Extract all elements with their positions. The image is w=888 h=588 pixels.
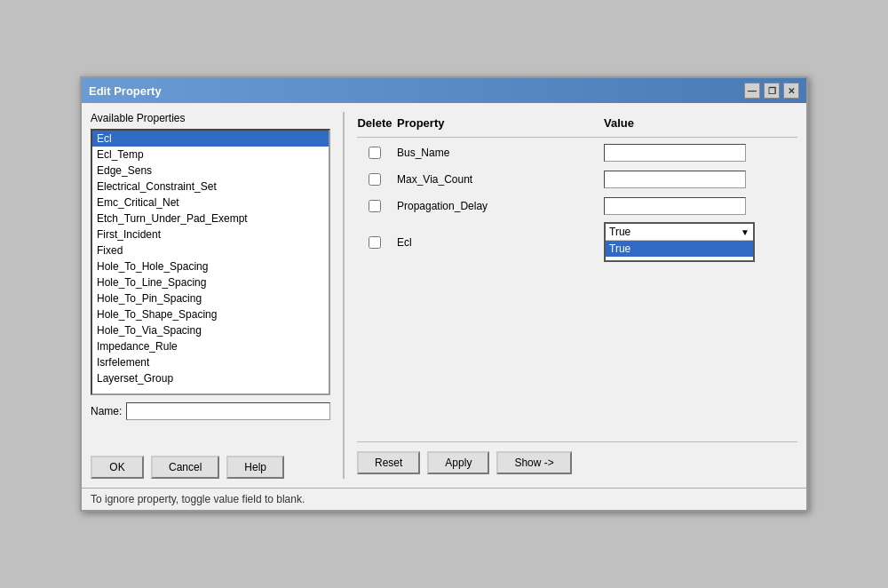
list-item[interactable]: Layerset_Group: [92, 370, 329, 386]
dropdown-selected[interactable]: True ▼: [606, 224, 753, 240]
table-row: Ecl True ▼ True: [357, 222, 797, 262]
left-buttons: OK Cancel Help: [91, 456, 330, 479]
dialog-body: Available Properties Ecl Ecl_Temp Edge_S…: [82, 103, 806, 488]
list-item[interactable]: Fixed: [92, 242, 329, 258]
delete-checkbox-ecl[interactable]: [357, 236, 392, 249]
available-properties-label: Available Properties: [91, 112, 330, 124]
delete-checkbox-prop-delay[interactable]: [357, 200, 392, 212]
list-item[interactable]: Hole_To_Line_Spacing: [92, 274, 329, 290]
close-button[interactable]: ✕: [783, 83, 799, 99]
header-value: Value: [595, 116, 797, 130]
reset-button[interactable]: Reset: [357, 451, 420, 474]
delete-checkbox-max-via[interactable]: [357, 173, 392, 186]
ecl-dropdown[interactable]: True ▼ True: [604, 222, 755, 262]
property-name-prop-delay: Propagation_Delay: [392, 200, 595, 212]
list-item[interactable]: Ecl: [92, 131, 329, 147]
list-item[interactable]: Ecl_Temp: [92, 147, 329, 163]
list-item[interactable]: Hole_To_Shape_Spacing: [92, 306, 329, 322]
table-row: Bus_Name: [357, 142, 797, 163]
list-item[interactable]: Emc_Critical_Net: [92, 195, 329, 211]
status-text: To ignore property, toggle value field t…: [91, 493, 305, 505]
help-button[interactable]: Help: [226, 456, 284, 479]
header-property: Property: [392, 116, 595, 130]
ok-button[interactable]: OK: [91, 456, 144, 479]
header-delete: Delete: [357, 116, 392, 130]
dropdown-option[interactable]: True: [606, 241, 753, 257]
restore-button[interactable]: ❐: [764, 83, 780, 99]
list-item[interactable]: Hole_To_Hole_Spacing: [92, 258, 329, 274]
checkbox-max-via[interactable]: [369, 173, 381, 186]
table-header: Delete Property Value: [357, 112, 797, 138]
right-panel: Delete Property Value Bus_Name: [357, 112, 797, 479]
table-row: Max_Via_Count: [357, 169, 797, 190]
properties-list[interactable]: Ecl Ecl_Temp Edge_Sens Electrical_Constr…: [91, 129, 330, 395]
status-bar: To ignore property, toggle value field t…: [82, 488, 806, 510]
dropdown-selected-text: True: [609, 226, 630, 238]
left-panel: Available Properties Ecl Ecl_Temp Edge_S…: [91, 112, 330, 479]
name-label: Name:: [91, 405, 122, 417]
checkbox-prop-delay[interactable]: [369, 200, 381, 212]
property-value-max-via: [595, 171, 797, 188]
property-name-ecl: Ecl: [392, 236, 595, 249]
dropdown-option[interactable]: [606, 257, 753, 260]
list-item[interactable]: Edge_Sens: [92, 163, 329, 179]
value-input-max-via[interactable]: [604, 171, 746, 188]
property-value-prop-delay: [595, 197, 797, 215]
vertical-divider: [343, 112, 345, 479]
name-row: Name:: [91, 402, 330, 420]
right-action-buttons: Reset Apply Show ->: [357, 441, 797, 479]
dropdown-list: True: [606, 240, 753, 260]
value-input-bus-name[interactable]: [604, 144, 746, 162]
property-name-bus-name: Bus_Name: [392, 147, 595, 159]
value-input-prop-delay[interactable]: [604, 197, 746, 215]
checkbox-ecl[interactable]: [369, 236, 381, 249]
property-name-max-via: Max_Via_Count: [392, 173, 595, 186]
table-row: Propagation_Delay: [357, 195, 797, 217]
properties-table: Bus_Name Max_Via_Count: [357, 138, 797, 433]
list-item[interactable]: Impedance_Rule: [92, 338, 329, 354]
list-item[interactable]: Hole_To_Pin_Spacing: [92, 290, 329, 306]
title-bar-controls: — ❐ ✕: [744, 83, 799, 99]
dropdown-arrow-icon: ▼: [741, 227, 749, 237]
delete-checkbox-bus-name[interactable]: [357, 147, 392, 159]
edit-property-dialog: Edit Property — ❐ ✕ Available Properties…: [80, 76, 808, 512]
name-input[interactable]: [126, 402, 330, 420]
apply-button[interactable]: Apply: [427, 451, 489, 474]
cancel-button[interactable]: Cancel: [151, 456, 219, 479]
property-value-ecl: True ▼ True: [595, 222, 797, 262]
list-item[interactable]: Isrfelement: [92, 354, 329, 370]
title-bar: Edit Property — ❐ ✕: [82, 78, 806, 103]
property-value-bus-name: [595, 144, 797, 162]
list-item[interactable]: Etch_Turn_Under_Pad_Exempt: [92, 211, 329, 226]
list-item[interactable]: Hole_To_Via_Spacing: [92, 322, 329, 338]
list-item[interactable]: Electrical_Constraint_Set: [92, 179, 329, 195]
dialog-title: Edit Property: [89, 84, 162, 98]
checkbox-bus-name[interactable]: [369, 147, 381, 159]
list-item[interactable]: First_Incident: [92, 226, 329, 242]
minimize-button[interactable]: —: [744, 83, 760, 99]
show-button[interactable]: Show ->: [496, 451, 571, 474]
